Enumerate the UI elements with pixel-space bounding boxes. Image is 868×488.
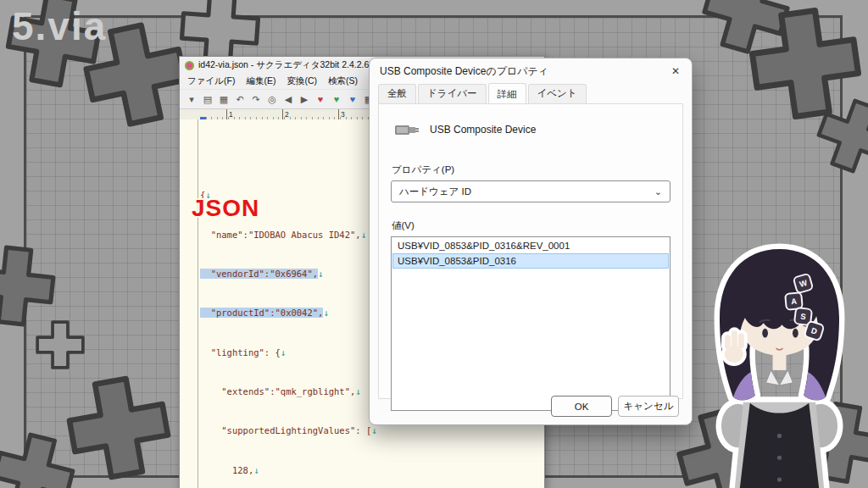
hardware-id-listbox[interactable]: USB¥VID_0853&PID_0316&REV_0001USB¥VID_08… (391, 236, 670, 411)
dialog-tab[interactable]: 全般 (378, 84, 416, 103)
menu-item[interactable]: 変換(C) (287, 75, 317, 87)
json-annotation-label: JSON (192, 195, 259, 222)
keycap-a: A (786, 293, 801, 308)
device-name: USB Composite Device (430, 124, 536, 136)
dialog-detail-panel: USB Composite Device プロパティ(P) ハードウェア ID … (378, 103, 683, 399)
dialog-tab[interactable]: イベント (528, 84, 587, 103)
left-eye (762, 329, 768, 338)
keycap-s: S (795, 308, 811, 324)
cross-decoration (0, 246, 55, 326)
search-icon[interactable]: ◎ (265, 92, 279, 106)
usb-device-icon (394, 121, 420, 138)
usb-properties-dialog: USB Composite Deviceのプロパティ ✕ 全般ドライバー詳細イベ… (369, 58, 693, 425)
newline-mark-icon: ↓ (281, 347, 286, 358)
character-art (691, 236, 868, 488)
hair (720, 249, 839, 400)
newline-mark-icon: ↓ (371, 425, 376, 435)
ruler-number: 1 (226, 109, 282, 119)
gutter-line (198, 119, 198, 488)
dialog-buttons: OK キャンセル (551, 396, 679, 417)
ok-button[interactable]: OK (551, 396, 612, 417)
sakura-editor-icon (185, 61, 194, 70)
cancel-button[interactable]: キャンセル (618, 396, 679, 417)
hardware-id-item[interactable]: USB¥VID_0853&PID_0316 (392, 253, 669, 269)
hand (725, 330, 744, 363)
editor-window-title: id42-via.json - サクラエディタ32bit 2.4.2.6048 (198, 59, 384, 71)
newline-mark-icon: ↓ (323, 308, 328, 318)
undo-icon[interactable]: ↶ (233, 92, 247, 106)
close-icon[interactable]: ✕ (659, 58, 692, 84)
right-eye (793, 329, 798, 338)
character-illustration: W A S D (691, 236, 868, 488)
editor-line: 128,↓ (200, 466, 544, 476)
dialog-tabs: 全般ドライバー詳細イベント (370, 84, 692, 103)
newline-mark-icon: ↓ (361, 230, 366, 240)
cross-decoration (818, 100, 868, 172)
device-row: USB Composite Device (394, 121, 670, 138)
dialog-tab[interactable]: ドライバー (418, 84, 487, 103)
search-next-icon[interactable]: ▶ (298, 92, 311, 106)
watermark-logo: 5.via (12, 3, 107, 49)
newline-mark-icon: ↓ (253, 465, 259, 475)
menu-item[interactable]: ファイル(F) (187, 75, 235, 87)
open-file-icon[interactable]: ▾ (185, 92, 198, 106)
hardware-id-item[interactable]: USB¥VID_0853&PID_0316&REV_0001 (392, 238, 669, 253)
property-dropdown[interactable]: ハードウェア ID ⌄ (391, 180, 670, 202)
cross-decoration (36, 320, 85, 369)
search-prev-icon[interactable]: ◀ (281, 92, 295, 106)
property-dropdown-value: ハードウェア ID (399, 186, 471, 198)
cross-decoration (68, 377, 170, 479)
redo-icon[interactable]: ↷ (249, 92, 263, 106)
dialog-title: USB Composite Deviceのプロパティ (380, 64, 548, 79)
dialog-titlebar[interactable]: USB Composite Deviceのプロパティ ✕ (370, 58, 692, 84)
ruler-number: 2 (282, 109, 338, 119)
chevron-down-icon: ⌄ (654, 186, 662, 197)
bookmark-green-icon[interactable]: ♥ (330, 92, 343, 106)
menu-item[interactable]: 編集(E) (246, 75, 275, 87)
dialog-tab[interactable]: 詳細 (488, 83, 526, 104)
property-label: プロパティ(P) (392, 164, 670, 176)
cross-decoration (0, 434, 74, 488)
vest (740, 403, 819, 488)
menu-item[interactable]: 検索(S) (328, 75, 358, 87)
editor-line: "supportedLightingValues": [↓ (200, 426, 544, 436)
value-label: 値(V) (392, 219, 670, 232)
bookmark-blue-icon[interactable]: ♥ (346, 92, 359, 106)
save-icon[interactable]: ▤ (201, 92, 214, 106)
newline-mark-icon: ↓ (355, 386, 360, 396)
bookmark-red-icon[interactable]: ♥ (314, 92, 327, 106)
newline-mark-icon: ↓ (318, 269, 323, 279)
save-all-icon[interactable]: ▦ (217, 92, 231, 106)
